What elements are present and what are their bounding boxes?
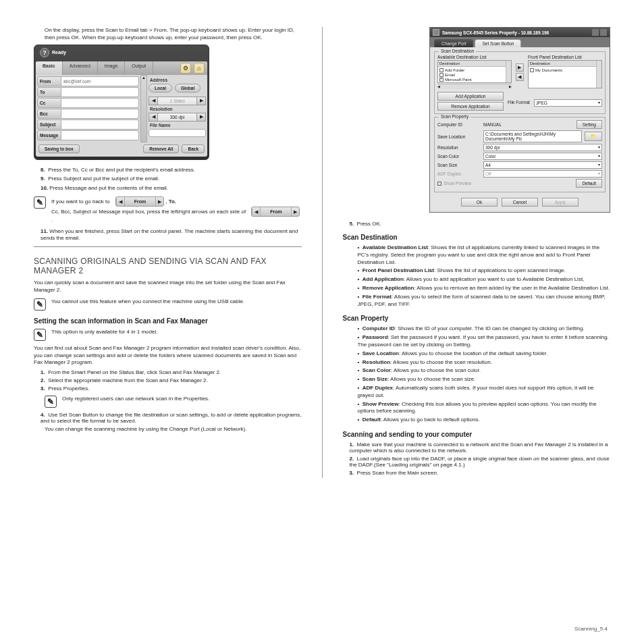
minimize-icon[interactable] xyxy=(592,29,599,36)
filename-field[interactable] xyxy=(149,129,206,137)
browse-folder-icon[interactable]: 📁 xyxy=(585,132,602,141)
to-field[interactable] xyxy=(61,87,139,97)
list-item: • Save Location: Allows you to choose th… xyxy=(357,350,610,358)
arrow-right-icon[interactable]: ▶ xyxy=(155,197,163,206)
file-format-select[interactable]: JPEG xyxy=(534,99,602,107)
step-text: Load originals face up into the DADF, or… xyxy=(349,456,609,468)
scrollbar[interactable] xyxy=(506,61,511,82)
section-heading: SCANNING ORIGINALS AND SENDING VIA SCAN … xyxy=(34,257,302,275)
file-format-label: File Format xyxy=(508,100,530,105)
step-text: Press the To, Cc or Bcc and put the reci… xyxy=(48,167,195,173)
note-text: If you want to go back to ◀ From ▶ , To,… xyxy=(51,196,302,224)
row-label[interactable]: From xyxy=(37,76,61,86)
saving-to-box-button[interactable]: Saving to box xyxy=(38,144,80,153)
row-label[interactable]: To xyxy=(37,87,61,97)
options-icon[interactable]: ⚙ xyxy=(180,63,191,74)
step-text: Press Message and put the contents of th… xyxy=(49,185,168,191)
message-field[interactable] xyxy=(61,130,139,140)
available-list[interactable]: Destination Add Folder Email Microsoft P… xyxy=(437,60,512,83)
subject-field[interactable] xyxy=(61,119,139,130)
local-button[interactable]: Local xyxy=(149,84,172,92)
back-button[interactable]: Back xyxy=(182,144,205,153)
arrow-right-icon[interactable]: ▶ xyxy=(291,207,299,216)
ok-button[interactable]: Ok xyxy=(461,198,498,207)
tab-advanced[interactable]: Advanced xyxy=(63,61,98,75)
front-list-label: Front Panel Destination List xyxy=(528,55,602,59)
tab-set-scan-button[interactable]: Set Scan Button xyxy=(475,39,521,47)
tab-basic[interactable]: Basic xyxy=(36,61,63,75)
list-item: • Available Destination List: Shows the … xyxy=(357,244,610,266)
help-icon[interactable]: ? xyxy=(40,48,49,57)
list-item: • File Format: Allows you to select the … xyxy=(357,294,610,308)
step-text: When you are finished, press Start on th… xyxy=(41,228,298,242)
scrollbar[interactable] xyxy=(596,61,601,88)
cc-field[interactable] xyxy=(61,98,139,108)
resolution-select[interactable]: 300 dpi xyxy=(483,144,602,151)
resolution-label: Resolution xyxy=(150,107,206,111)
tab-change-port[interactable]: Change Port xyxy=(434,39,474,47)
cancel-button[interactable]: Cancel xyxy=(502,198,538,207)
step-text: Press OK. xyxy=(357,221,381,227)
dialog-title: Samsung SCX-6545 Series Property - 10.88… xyxy=(442,30,549,35)
res-next-icon[interactable]: ▶ xyxy=(196,113,206,122)
scan-size-select[interactable]: A4 xyxy=(483,161,602,169)
list-item: • Default: Allows you to go back to defa… xyxy=(357,417,610,424)
global-button[interactable]: Global xyxy=(175,84,200,92)
from-nav-widget: ◀ From ▶ xyxy=(251,207,300,217)
home-icon[interactable]: ⌂ xyxy=(194,63,205,74)
row-label[interactable]: Cc xyxy=(37,98,61,108)
front-panel-list[interactable]: Destination My Documents xyxy=(528,60,602,88)
move-left-icon[interactable]: ◀ xyxy=(516,73,524,81)
page-footer: Scanning_5.4 xyxy=(574,626,608,632)
avail-list-label: Available Destination List xyxy=(437,55,512,59)
note-text: You cannot use this feature when you con… xyxy=(51,298,244,311)
scrollbar-horizontal[interactable]: ◀▶ xyxy=(437,84,512,89)
add-application-button[interactable]: Add Application xyxy=(437,92,504,101)
panel-tabs: Basic Advanced Image Output ⚙ ⌂ xyxy=(36,61,207,75)
scroll-up-icon[interactable]: ▲ xyxy=(140,75,147,142)
tab-image[interactable]: Image xyxy=(98,61,125,75)
remove-application-button[interactable]: Remove Application xyxy=(437,102,504,111)
res-prev-icon[interactable]: ◀ xyxy=(149,113,158,122)
right-column: Samsung SCX-6545 Series Property - 10.88… xyxy=(342,27,610,478)
note-icon: ✎ xyxy=(34,298,46,311)
sub-heading: Scan Property xyxy=(342,315,610,322)
bcc-field[interactable] xyxy=(61,109,139,119)
default-button[interactable]: Default xyxy=(576,179,602,188)
computer-id-value: MANUAL xyxy=(483,122,574,127)
step-text: Press Subject and put the subject of the… xyxy=(48,176,159,182)
intro-text: On the display, press the Scan to Email … xyxy=(45,27,302,42)
from-field[interactable]: abc@def.com xyxy=(61,76,139,86)
list-item: • Front Panel Destination List: Shows th… xyxy=(357,267,610,275)
row-label[interactable]: Subject xyxy=(37,119,61,130)
row-label[interactable]: Bcc xyxy=(37,109,61,119)
property-dialog: Samsung SCX-6545 Series Property - 10.88… xyxy=(429,27,610,213)
prev-icon: ◀ xyxy=(149,97,158,105)
ready-panel: ? Ready Basic Advanced Image Output ⚙ ⌂ xyxy=(34,45,209,160)
close-icon[interactable] xyxy=(600,29,607,36)
remove-all-button[interactable]: Remove All xyxy=(143,144,179,153)
move-right-icon[interactable]: ▶ xyxy=(516,63,524,72)
app-icon xyxy=(433,29,439,36)
section-para: You can quickly scan a document and save… xyxy=(34,279,302,294)
apply-button: Apply xyxy=(542,198,579,207)
resolution-value: 300 dpi xyxy=(158,113,196,122)
extra-para: You can change the scanning machine by u… xyxy=(45,426,302,433)
note-icon: ✎ xyxy=(45,396,57,408)
save-location-field[interactable]: C:\Documents and Settings\HJH\My Documen… xyxy=(483,130,582,142)
show-preview-checkbox[interactable] xyxy=(437,182,441,186)
section-para: You can find out about Scan and Fax Mana… xyxy=(34,345,302,367)
tab-output[interactable]: Output xyxy=(125,61,153,75)
group-title: Scan Destination xyxy=(439,49,476,53)
row-label[interactable]: Message xyxy=(37,130,61,140)
list-item: • Resolution: Allows you to choose the s… xyxy=(357,359,610,367)
arrow-left-icon[interactable]: ◀ xyxy=(116,197,124,206)
left-column: On the display, press the Scan to Email … xyxy=(34,27,302,478)
from-nav-widget: ◀ From ▶ xyxy=(115,196,164,207)
note-text: Only registered users can use network sc… xyxy=(62,396,209,408)
scan-color-select[interactable]: Color xyxy=(483,153,602,160)
step-text: From the Smart Panel on the Status Bar, … xyxy=(48,369,221,375)
arrow-left-icon[interactable]: ◀ xyxy=(252,207,260,216)
step-text: Press Scan from the Main screen. xyxy=(357,470,439,476)
setting-button[interactable]: Setting xyxy=(576,120,602,129)
